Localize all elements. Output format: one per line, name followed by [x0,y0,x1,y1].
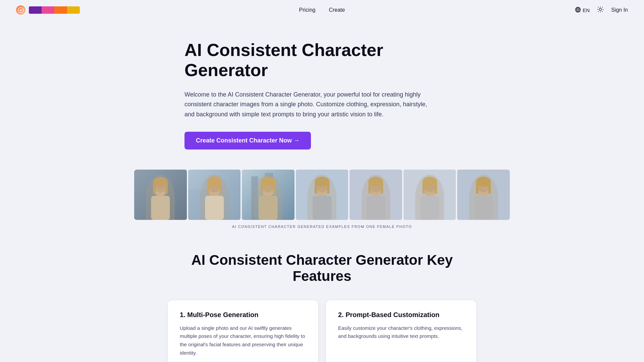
svg-rect-44 [315,182,317,194]
svg-point-63 [478,179,490,192]
header-actions: EN Sign In [575,5,628,16]
lang-label: EN [583,7,590,13]
svg-line-11 [598,7,599,8]
feature-card-1: 1. Multi-Pose Generation Upload a single… [168,300,318,362]
svg-rect-60 [457,170,510,220]
gallery-strip [134,170,510,220]
sun-icon [597,7,604,14]
svg-rect-38 [273,182,275,194]
site-header: Pricing Create EN [0,0,644,20]
svg-point-49 [370,179,382,192]
hero-title: AI Consistent Character Generator [184,40,460,80]
cta-button[interactable]: Create Consistent Character Now → [184,132,311,149]
gallery-image-6 [404,170,456,220]
svg-point-57 [422,177,437,187]
svg-rect-23 [188,190,241,220]
svg-point-42 [316,179,328,192]
svg-rect-21 [165,182,168,194]
svg-rect-39 [296,170,348,220]
feature-card-2: 2. Prompt-Based Customization Easily cus… [326,300,476,362]
logo-bar [29,6,80,14]
svg-rect-31 [251,176,258,220]
nav-create[interactable]: Create [329,7,345,13]
svg-point-19 [153,177,168,188]
svg-rect-59 [435,182,437,194]
svg-rect-41 [313,196,331,220]
svg-rect-28 [207,182,209,194]
gallery-image-3 [242,170,294,220]
hero-description: Welcome to the AI Consistent Character G… [184,90,433,120]
svg-rect-34 [259,196,277,220]
gallery-image-1 [134,170,187,220]
globe-icon [575,7,581,14]
hero-section: AI Consistent Character Generator Welcom… [171,40,473,149]
svg-rect-45 [327,182,329,194]
svg-point-56 [424,179,436,192]
svg-point-40 [315,180,329,196]
svg-point-33 [261,180,275,196]
feature-2-title: 2. Prompt-Based Customization [338,311,464,319]
svg-rect-52 [381,182,383,194]
svg-rect-25 [205,196,224,220]
svg-point-6 [599,8,602,10]
svg-point-61 [476,180,491,196]
svg-rect-58 [422,182,425,194]
svg-point-18 [154,179,166,192]
features-title: AI Consistent Character Generator Key Fe… [168,252,476,284]
main-nav: Pricing Create [299,7,345,13]
svg-rect-46 [350,170,402,220]
svg-rect-29 [219,182,222,194]
features-grid: 1. Multi-Pose Generation Upload a single… [168,300,476,362]
gallery-section: AI CONSISTENT CHARACTER GENERATED EXAMPL… [121,170,523,229]
logo-icon [16,5,25,15]
svg-line-12 [602,11,603,12]
svg-rect-55 [420,196,439,220]
svg-point-24 [207,180,222,196]
svg-point-16 [153,180,168,196]
svg-point-64 [476,177,491,187]
svg-rect-66 [489,182,491,194]
nav-pricing[interactable]: Pricing [299,7,316,13]
svg-rect-32 [265,173,273,220]
svg-rect-51 [369,182,371,194]
sign-in-button[interactable]: Sign In [611,7,628,13]
svg-rect-62 [474,196,493,220]
logo[interactable] [16,5,80,15]
svg-line-14 [598,11,599,12]
gallery-image-2 [188,170,241,220]
feature-1-description: Upload a single photo and our AI swiftly… [180,324,306,357]
gallery-image-5 [350,170,402,220]
svg-point-43 [315,177,329,187]
feature-2-description: Easily customize your character's clothi… [338,324,464,341]
features-section: AI Consistent Character Generator Key Fe… [154,252,490,362]
svg-rect-48 [367,196,385,220]
svg-rect-37 [261,182,263,194]
svg-rect-15 [134,170,187,220]
gallery-caption: AI CONSISTENT CHARACTER GENERATED EXAMPL… [134,225,510,229]
gallery-image-7 [457,170,510,220]
svg-rect-17 [151,196,170,220]
svg-point-50 [369,177,383,187]
gallery-image-4 [296,170,348,220]
feature-1-title: 1. Multi-Pose Generation [180,311,306,319]
language-selector[interactable]: EN [575,7,590,14]
svg-line-13 [602,7,603,8]
svg-point-26 [208,179,220,192]
svg-point-47 [369,180,383,196]
svg-rect-53 [404,170,456,220]
svg-rect-20 [153,182,156,194]
svg-rect-65 [476,182,479,194]
svg-point-35 [262,179,274,192]
svg-point-27 [207,176,222,187]
theme-toggle[interactable] [596,5,605,16]
svg-point-54 [422,180,437,196]
svg-point-36 [261,177,275,187]
svg-rect-30 [242,170,294,220]
